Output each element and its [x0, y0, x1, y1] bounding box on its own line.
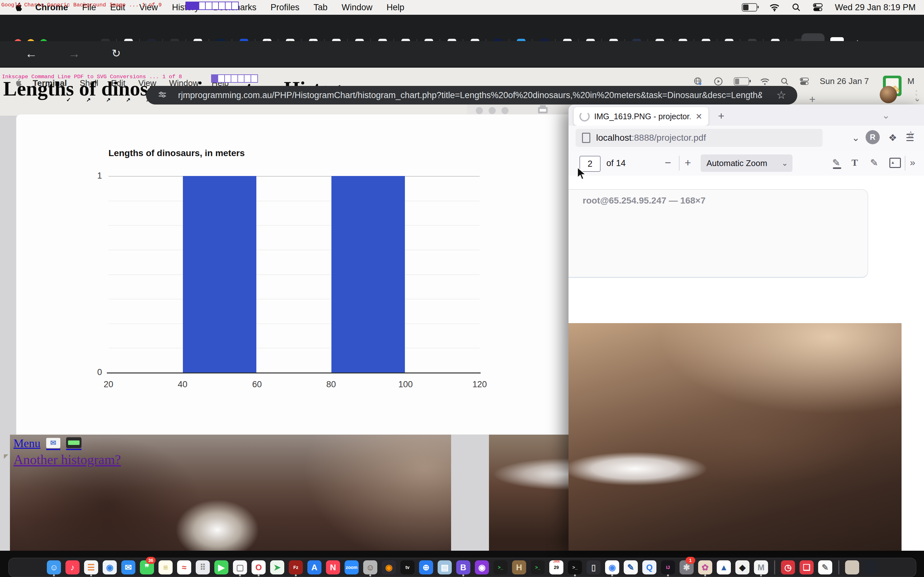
- zoom-out-button[interactable]: −: [665, 156, 671, 169]
- play-circle-icon: [714, 77, 723, 86]
- overlay-text-google-charts: Google Charts Generic Background Image .…: [1, 2, 162, 8]
- dock-opera[interactable]: O: [251, 559, 266, 576]
- dock-separator: [772, 559, 777, 576]
- dock-cards[interactable]: ❏: [799, 559, 814, 576]
- back-button[interactable]: ←: [25, 47, 37, 61]
- dock-calendar[interactable]: 29JAN: [549, 559, 564, 576]
- embedded-menubar-status: Sun 26 Jan 7 M: [693, 76, 914, 86]
- add-image-tool-icon[interactable]: [889, 158, 901, 168]
- url-text[interactable]: rjmprogramming.com.au/PHP/HistogramChart…: [178, 90, 762, 100]
- dock-libreoffice-writer[interactable]: ✎: [624, 559, 638, 576]
- dock-minimized-window-1[interactable]: [845, 559, 859, 576]
- dock-grapher[interactable]: ▲: [716, 559, 731, 576]
- dock-terminal-3[interactable]: >_: [567, 559, 582, 576]
- dock-terminal[interactable]: >_: [493, 559, 508, 576]
- dock-textedit[interactable]: ✎: [818, 559, 833, 576]
- reload-button[interactable]: ↻: [111, 47, 121, 60]
- dock-finder[interactable]: ☺: [47, 559, 61, 576]
- dock-inkscape[interactable]: ◆: [735, 559, 750, 576]
- pdf-toolbar: of 14 − + Automatic Zoom ⌄ ✎ T ✎ »: [569, 151, 924, 176]
- dock-news[interactable]: N: [326, 559, 341, 576]
- pdf-tab[interactable]: IMG_1619.PNG - projector.pdf ✕: [573, 107, 708, 126]
- dock-reminders[interactable]: ☰: [84, 559, 99, 576]
- mouse-cursor: [577, 167, 588, 181]
- chevron-down-icon: ⌄: [782, 159, 788, 168]
- dock-preview[interactable]: ▤: [437, 559, 452, 576]
- address-bar[interactable]: rjmprogramming.com.au/PHP/HistogramChart…: [146, 86, 797, 105]
- highlight-tool-icon[interactable]: ✎: [832, 157, 840, 168]
- dock-separator: [837, 559, 841, 576]
- dock-filezilla[interactable]: Fz: [288, 559, 303, 576]
- dock-minimized-window-2[interactable]: [863, 559, 878, 576]
- dock-libreoffice[interactable]: ▢: [233, 559, 247, 576]
- browser-menu-icon[interactable]: ⋮: [911, 88, 922, 101]
- dock-stocks[interactable]: ≈: [177, 559, 192, 576]
- address-field[interactable]: localhost:8888/projector.pdf: [575, 129, 822, 147]
- dock-apple-tv[interactable]: tv: [400, 559, 415, 576]
- inactive-zoom-button: [501, 107, 509, 114]
- dock-quicktime[interactable]: Q: [642, 559, 657, 576]
- dock-dashboard[interactable]: ◷: [780, 559, 795, 576]
- dock-gimp[interactable]: ☺: [363, 559, 378, 576]
- menubar-clock[interactable]: Wed 29 Jan 8:19 PM: [835, 3, 916, 13]
- dock-mail[interactable]: ✉: [121, 559, 136, 576]
- zoom-in-button[interactable]: +: [685, 156, 691, 169]
- site-info-icon[interactable]: [158, 90, 167, 100]
- dock-launchpad[interactable]: ⠿: [195, 559, 210, 576]
- dock-chrome[interactable]: ◉: [605, 559, 620, 576]
- url-host: localhost: [596, 133, 632, 143]
- dock-bbedit[interactable]: B: [456, 559, 471, 576]
- pdf-viewer-window: IMG_1619.PNG - projector.pdf ✕ + ⌄ local…: [569, 105, 924, 551]
- wifi-icon[interactable]: [769, 3, 780, 11]
- another-histogram-link[interactable]: Another histogram?: [13, 452, 121, 467]
- draw-tool-icon[interactable]: ✎: [870, 157, 878, 168]
- more-tools-icon[interactable]: »: [910, 157, 915, 168]
- dock-notes[interactable]: ≡: [158, 559, 173, 576]
- dock-xcode[interactable]: ⊕: [419, 559, 433, 576]
- dock-facetime[interactable]: ▶: [214, 559, 229, 576]
- page-icon: [582, 133, 590, 143]
- hamburger-menu-icon[interactable]: ☰: [906, 132, 914, 143]
- progress-cells-embedded: [212, 74, 258, 83]
- loading-spinner-icon: [580, 111, 590, 121]
- calculator-link-icon[interactable]: [66, 437, 81, 450]
- email-link-icon[interactable]: ✉: [46, 438, 60, 450]
- list-tabs-chevron-icon[interactable]: ⌄: [882, 110, 890, 121]
- extensions-icon[interactable]: ❖: [888, 132, 897, 143]
- menu-link[interactable]: Menu: [13, 437, 40, 450]
- dock-podcasts[interactable]: ◉: [475, 559, 489, 576]
- dock-messages[interactable]: ❞36: [140, 559, 154, 576]
- dock-music[interactable]: ♪: [65, 559, 80, 576]
- control-center-icon: [800, 77, 809, 85]
- text-tool-icon[interactable]: T: [851, 157, 858, 168]
- profile-avatar[interactable]: [880, 86, 897, 103]
- pdf-page-content: root@65.254.95.247 — 168×7: [569, 176, 924, 551]
- printer-icon: [538, 107, 548, 113]
- strip-charts-icon: ↗: [104, 95, 113, 104]
- dock-system-settings[interactable]: ✱1: [679, 559, 694, 576]
- shield-icon[interactable]: ⌄: [852, 132, 860, 143]
- overlay-text-inkscape: Inkscape Command Line PDF to SVG Convers…: [2, 74, 182, 80]
- control-center-icon[interactable]: [813, 3, 822, 11]
- list-marker-icon: ◤: [4, 453, 8, 460]
- account-avatar[interactable]: R: [866, 130, 880, 144]
- new-tab-button[interactable]: +: [718, 110, 724, 122]
- dock-app-store[interactable]: A: [307, 559, 322, 576]
- dock-intellij[interactable]: IJ: [661, 559, 675, 576]
- bookmark-star-icon[interactable]: ☆: [776, 89, 786, 101]
- battery-icon[interactable]: [742, 3, 757, 11]
- dock-safari[interactable]: ◉: [102, 559, 117, 576]
- dock-mamp[interactable]: M: [754, 559, 768, 576]
- forward-button[interactable]: →: [68, 47, 80, 61]
- dock-hopper[interactable]: H: [512, 559, 527, 576]
- zoom-select[interactable]: Automatic Zoom ⌄: [701, 155, 792, 172]
- spotlight-search-icon[interactable]: [792, 3, 801, 12]
- dock-terminal-2[interactable]: >_: [530, 559, 545, 576]
- dock-simulator[interactable]: ▯: [586, 559, 601, 576]
- dock-maps[interactable]: ➤: [270, 559, 284, 576]
- close-tab-icon[interactable]: ✕: [696, 112, 702, 121]
- dock-firefox[interactable]: ◉: [381, 559, 396, 576]
- dock-colorsync[interactable]: ✿: [698, 559, 712, 576]
- dock: ☺♪☰◉✉❞36≡≈⠿▶▢O➤FzANzoom☺◉tv⊕▤B◉>_H>_29JA…: [8, 558, 916, 577]
- dock-zoom[interactable]: zoom: [344, 559, 359, 576]
